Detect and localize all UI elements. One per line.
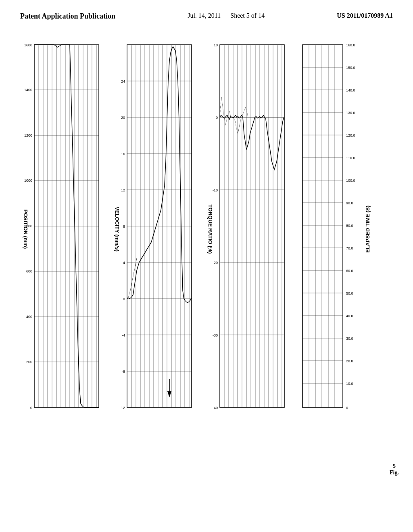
fig-number: 5 [393, 463, 396, 470]
svg-text:10.0: 10.0 [346, 382, 353, 386]
svg-text:1400: 1400 [24, 88, 32, 92]
svg-text:-30: -30 [213, 333, 218, 337]
svg-text:-20: -20 [213, 261, 218, 265]
svg-text:600: 600 [26, 269, 32, 273]
header-center: Jul. 14, 2011 Sheet 5 of 14 [188, 12, 265, 19]
svg-text:8: 8 [123, 224, 125, 229]
torque-chart: 10 0 -10 -20 -30 -40 TORQUE RATIO (%) [208, 41, 292, 429]
svg-text:0: 0 [30, 406, 32, 410]
svg-text:0: 0 [346, 406, 348, 410]
torque-chart-svg: 10 0 -10 -20 -30 -40 [208, 41, 292, 428]
svg-text:0: 0 [123, 297, 125, 301]
svg-text:50.0: 50.0 [346, 291, 353, 295]
torque-axis-label: TORQUE RATIO (%) [207, 204, 213, 254]
fig-text: Fig. [390, 470, 399, 476]
elapsed-time-panel: 0 10.0 20.0 30.0 40.0 50.0 60.0 70.0 80.… [298, 41, 379, 429]
elapsed-time-label: ELAPSED TIME (S) [365, 206, 371, 253]
svg-text:1600: 1600 [24, 43, 32, 47]
svg-text:1200: 1200 [24, 133, 32, 137]
svg-text:20.0: 20.0 [346, 359, 353, 363]
publication-date: Jul. 14, 2011 [188, 12, 221, 19]
patent-number: US 2011/0170989 A1 [337, 12, 393, 19]
svg-text:-10: -10 [213, 188, 218, 192]
svg-text:0: 0 [216, 116, 218, 120]
svg-text:24: 24 [121, 79, 125, 83]
svg-text:-40: -40 [213, 406, 218, 410]
svg-text:100.0: 100.0 [346, 179, 355, 183]
svg-rect-92 [302, 45, 343, 407]
position-axis-label: POSITION (mm) [23, 210, 29, 249]
velocity-chart-svg: -12 -8 -4 0 4 8 12 16 20 24 [115, 41, 200, 428]
svg-text:-4: -4 [122, 333, 125, 337]
svg-text:30.0: 30.0 [346, 337, 353, 341]
velocity-chart: -12 -8 -4 0 4 8 12 16 20 24 VELOCITY (mm… [115, 41, 200, 429]
figure-label: 5 Fig. [390, 463, 399, 476]
svg-text:120.0: 120.0 [346, 133, 355, 137]
svg-text:1000: 1000 [24, 179, 32, 183]
svg-text:140.0: 140.0 [346, 88, 355, 92]
svg-text:20: 20 [121, 116, 125, 120]
svg-text:70.0: 70.0 [346, 246, 353, 250]
publication-title: Patent Application Publication [20, 12, 115, 21]
svg-text:60.0: 60.0 [346, 269, 353, 273]
position-chart-svg: 0 200 400 600 800 1000 1200 1400 1600 [22, 41, 107, 428]
svg-text:40.0: 40.0 [346, 314, 353, 318]
svg-text:400: 400 [26, 315, 32, 319]
svg-text:-8: -8 [122, 370, 125, 374]
svg-text:10: 10 [214, 43, 218, 47]
svg-text:4: 4 [123, 261, 125, 265]
svg-text:160.0: 160.0 [346, 43, 355, 47]
svg-text:90.0: 90.0 [346, 201, 353, 205]
svg-text:110.0: 110.0 [346, 156, 355, 160]
svg-text:12: 12 [121, 188, 125, 192]
velocity-axis-label: VELOCITY (mm/s) [114, 207, 120, 251]
svg-text:-12: -12 [120, 406, 125, 410]
page-header: Patent Application Publication Jul. 14, … [0, 0, 413, 25]
svg-text:130.0: 130.0 [346, 111, 355, 115]
svg-text:200: 200 [26, 360, 32, 364]
svg-text:150.0: 150.0 [346, 66, 355, 70]
sheet-info: Sheet 5 of 14 [230, 12, 265, 19]
svg-rect-67 [220, 45, 284, 407]
position-chart: 0 200 400 600 800 1000 1200 1400 1600 PO… [22, 41, 107, 429]
svg-text:80.0: 80.0 [346, 224, 353, 228]
svg-text:16: 16 [121, 152, 125, 156]
